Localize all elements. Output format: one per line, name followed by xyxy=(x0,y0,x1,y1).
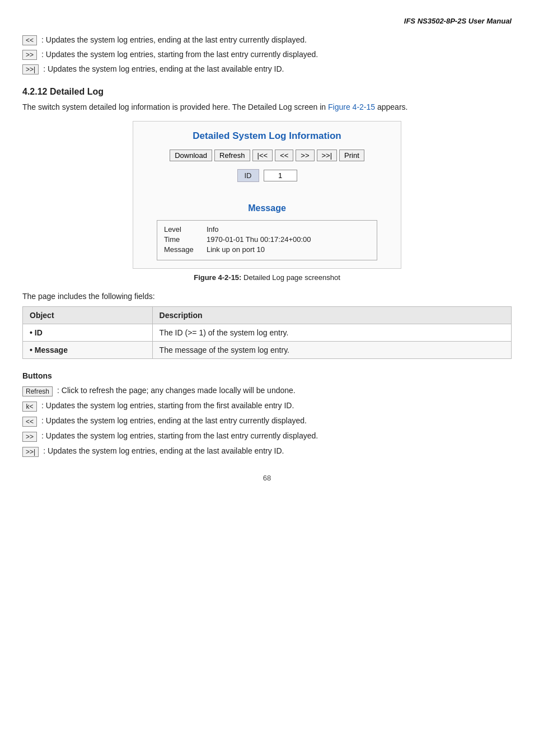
btn-refresh-text: : Click to refresh the page; any changes… xyxy=(57,386,296,395)
button-item-kfirst: k< : Updates the system log entries, sta… xyxy=(22,401,512,412)
intro-item-3: >>| : Updates the system log entries, en… xyxy=(22,64,512,74)
time-value: 1970-01-01 Thu 00:17:24+00:00 xyxy=(207,235,311,244)
btn-prev[interactable]: << xyxy=(22,417,37,427)
button-item-prev: << : Updates the system log entries, end… xyxy=(22,416,512,427)
btn-kfirst-text: : Updates the system log entries, starti… xyxy=(41,401,294,410)
message-row-level: Level Info xyxy=(164,225,370,234)
btn-refresh[interactable]: Refresh xyxy=(22,386,53,396)
intro-text-3: : Updates the system log entries, ending… xyxy=(43,64,284,73)
time-label: Time xyxy=(164,235,198,244)
table-row: • Message The message of the system log … xyxy=(23,342,512,359)
message-label: Message xyxy=(164,245,198,254)
btn-prev-text: : Updates the system log entries, ending… xyxy=(41,416,307,425)
intro-btn-1: << xyxy=(22,35,37,45)
id-input[interactable] xyxy=(264,170,297,181)
intro-item-1: << : Updates the system log entries, end… xyxy=(22,35,512,45)
button-item-refresh: Refresh : Click to refresh the page; any… xyxy=(22,386,512,396)
screenshot-toolbar: Download Refresh |<< << >> >>| Print xyxy=(144,150,390,161)
intro-text-1: : Updates the system log entries, ending… xyxy=(41,35,307,44)
col-header-description: Description xyxy=(152,307,511,324)
intro-text-2: : Updates the system log entries, starti… xyxy=(41,50,318,59)
table-row: • ID The ID (>= 1) of the system log ent… xyxy=(23,324,512,342)
screenshot-title: Detailed System Log Information xyxy=(144,130,390,142)
download-button[interactable]: Download xyxy=(170,150,212,161)
next-button[interactable]: >> xyxy=(296,150,314,161)
section-intro: The switch system detailed log informati… xyxy=(22,101,512,113)
fields-table: Object Description • ID The ID (>= 1) of… xyxy=(22,306,512,359)
intro-item-2: >> : Updates the system log entries, sta… xyxy=(22,50,512,60)
level-label: Level xyxy=(164,225,198,234)
figure-link[interactable]: Figure 4-2-15 xyxy=(328,102,375,111)
id-label: ID xyxy=(237,169,259,182)
intro-list: << : Updates the system log entries, end… xyxy=(22,35,512,74)
fields-intro: The page includes the following fields: xyxy=(22,292,512,301)
message-row-time: Time 1970-01-01 Thu 00:17:24+00:00 xyxy=(164,235,370,244)
refresh-button[interactable]: Refresh xyxy=(214,150,250,161)
button-item-next: >> : Updates the system log entries, sta… xyxy=(22,431,512,442)
first-button[interactable]: |<< xyxy=(252,150,273,161)
level-value: Info xyxy=(207,225,219,234)
screenshot-box: Detailed System Log Information Download… xyxy=(133,121,401,269)
btn-next[interactable]: >> xyxy=(22,432,37,442)
desc-id: The ID (>= 1) of the system log entry. xyxy=(152,324,511,342)
desc-message: The message of the system log entry. xyxy=(152,342,511,359)
object-message: • Message xyxy=(30,346,68,354)
buttons-heading: Buttons xyxy=(22,371,512,380)
btn-last-text: : Updates the system log entries, ending… xyxy=(43,446,284,455)
section-heading: 4.2.12 Detailed Log xyxy=(22,87,512,97)
print-button[interactable]: Print xyxy=(339,150,364,161)
buttons-section: Buttons Refresh : Click to refresh the p… xyxy=(22,371,512,457)
figure-caption: Figure 4-2-15: Detailed Log page screens… xyxy=(22,273,512,282)
col-header-object: Object xyxy=(23,307,153,324)
message-table: Level Info Time 1970-01-01 Thu 00:17:24+… xyxy=(157,220,377,260)
btn-next-text: : Updates the system log entries, starti… xyxy=(41,431,318,440)
intro-btn-2: >> xyxy=(22,50,37,60)
message-row-message: Message Link up on port 10 xyxy=(164,245,370,254)
intro-btn-3: >>| xyxy=(22,64,39,74)
page-number: 68 xyxy=(22,474,512,482)
page-header-title: IFS NS3502-8P-2S User Manual xyxy=(22,17,512,25)
message-heading: Message xyxy=(144,203,390,213)
button-item-last: >>| : Updates the system log entries, en… xyxy=(22,446,512,457)
btn-last[interactable]: >>| xyxy=(22,447,39,457)
object-id: • ID xyxy=(30,328,43,337)
last-button[interactable]: >>| xyxy=(317,150,338,161)
prev-button[interactable]: << xyxy=(275,150,293,161)
id-row: ID xyxy=(144,169,390,182)
btn-kfirst[interactable]: k< xyxy=(22,402,37,412)
message-value: Link up on port 10 xyxy=(207,245,265,254)
